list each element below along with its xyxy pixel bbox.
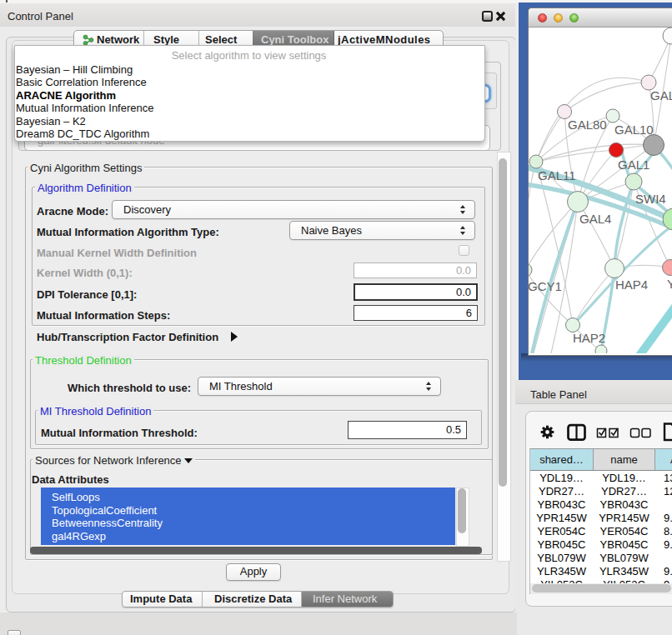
svg-text:HAP4: HAP4 — [615, 278, 648, 292]
svg-text:HAP2: HAP2 — [573, 331, 605, 345]
svg-text:GAL80: GAL80 — [568, 118, 607, 132]
svg-text:GAL1: GAL1 — [618, 158, 649, 172]
svg-text:GCY1: GCY1 — [529, 279, 562, 293]
svg-text:YJ: YJ — [667, 277, 672, 291]
svg-text:SWI4: SWI4 — [635, 192, 666, 206]
svg-text:GAL10: GAL10 — [614, 122, 654, 137]
svg-text:GAL4: GAL4 — [579, 212, 611, 226]
svg-text:GAL2: GAL2 — [650, 88, 672, 102]
svg-text:GAL11: GAL11 — [538, 168, 576, 182]
